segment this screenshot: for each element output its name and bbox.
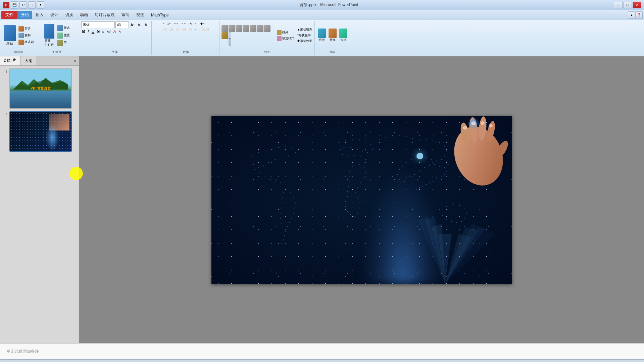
slide-canvas[interactable] bbox=[211, 116, 512, 284]
menu-file[interactable]: 文件 bbox=[1, 11, 17, 19]
menu-animation[interactable]: 动画 bbox=[77, 11, 91, 19]
menu-transition[interactable]: 切换 bbox=[62, 11, 77, 19]
clear-format-btn[interactable]: Ā bbox=[144, 22, 148, 27]
shape-effect-button[interactable]: ◈形状效果 bbox=[296, 39, 313, 44]
decrease-indent-btn[interactable]: ←≡ bbox=[172, 21, 179, 25]
svg-point-161 bbox=[471, 122, 476, 125]
minimize-button[interactable]: ─ bbox=[614, 2, 623, 8]
bold-button[interactable]: B bbox=[81, 29, 86, 34]
arrange-button[interactable]: 排列 bbox=[276, 30, 295, 35]
redo-button[interactable]: ↪ bbox=[28, 1, 36, 9]
ribbon-collapse[interactable]: ▲ bbox=[628, 11, 635, 19]
svg-point-9 bbox=[295, 152, 296, 153]
slide-item-1[interactable]: 1 PPT背景设置 bbox=[3, 68, 76, 109]
svg-point-20 bbox=[269, 179, 270, 180]
new-slide-button[interactable]: 新建幻灯片 bbox=[43, 23, 55, 48]
strikethrough-button[interactable]: S bbox=[96, 29, 101, 34]
menu-mathtype[interactable]: MathType bbox=[148, 11, 172, 19]
svg-point-15 bbox=[258, 167, 259, 168]
paste-button[interactable]: 粘贴 bbox=[3, 25, 17, 46]
layout-button[interactable]: 版式 bbox=[56, 25, 71, 32]
maximize-button[interactable]: □ bbox=[623, 2, 632, 8]
format-painter-button[interactable]: 格式刷 bbox=[17, 39, 35, 45]
undo-button[interactable]: ↩ bbox=[19, 1, 27, 9]
shape-fill-button[interactable]: ▲形状填充 bbox=[296, 27, 313, 32]
tab-outline[interactable]: 大纲 bbox=[20, 56, 37, 65]
notes-placeholder[interactable]: 单击此处添加备注 bbox=[7, 349, 39, 354]
menu-view[interactable]: 视图 bbox=[133, 11, 148, 19]
quick-style-button[interactable]: 快速样式 bbox=[276, 36, 295, 41]
font-color-button[interactable]: A bbox=[112, 29, 117, 34]
align-left-btn[interactable]: ⬜ bbox=[162, 28, 167, 32]
editing-group-label: 编辑 bbox=[317, 50, 348, 54]
underline-button[interactable]: U bbox=[91, 29, 96, 34]
font-size-select[interactable]: 43 bbox=[115, 21, 129, 28]
char-spacing-button[interactable]: AV bbox=[106, 30, 111, 34]
ribbon-group-paragraph: ≡ 1≡ ←≡ →≡ ↕A ≡↕ ◆≡ ⬜ ⬜ ⬜ ⬜ ⬜ ≡ ⬜⬜ bbox=[152, 21, 219, 55]
close-button[interactable]: ✕ bbox=[633, 2, 641, 8]
panel-tabs: 幻灯片 大纲 ✕ bbox=[0, 56, 79, 66]
svg-point-36 bbox=[342, 154, 343, 155]
menu-review[interactable]: 审阅 bbox=[118, 11, 133, 19]
italic-button[interactable]: I bbox=[87, 29, 90, 34]
justify-btn[interactable]: ⬜ bbox=[181, 28, 187, 32]
find-button[interactable]: 查找 bbox=[317, 28, 327, 43]
numbered-list-btn[interactable]: 1≡ bbox=[166, 21, 171, 25]
notes-area[interactable]: 单击此处添加备注 bbox=[0, 343, 644, 359]
svg-point-11 bbox=[281, 155, 282, 156]
slide-thumb-1[interactable]: PPT背景设置 bbox=[9, 68, 72, 109]
ribbon-group-drawing: ▼ 排列 快速样式 ▲形状填充 □形状轮廓 ◈形状效果 绘图 bbox=[220, 21, 315, 55]
increase-indent-btn[interactable]: →≡ bbox=[180, 21, 187, 25]
help-button[interactable]: ❓ bbox=[635, 11, 643, 19]
svg-point-17 bbox=[254, 169, 255, 170]
text-direction-btn[interactable]: ↕A bbox=[187, 21, 193, 25]
shadow-button[interactable]: s̲ bbox=[101, 30, 105, 34]
slide-item-2[interactable]: 2 bbox=[3, 111, 76, 152]
shape-outline-button[interactable]: □形状轮廓 bbox=[296, 33, 313, 38]
align-text-btn[interactable]: ≡↕ bbox=[193, 21, 199, 25]
slide-panel: 幻灯片 大纲 ✕ 1 bbox=[0, 56, 79, 343]
ribbon-group-font: 宋体 43 A↑ A↓ Ā B I U S s̲ AV A A 字体 bbox=[78, 21, 152, 55]
shapes-scroll-btn[interactable]: ▼ bbox=[229, 32, 231, 46]
menu-design[interactable]: 设计 bbox=[47, 11, 62, 19]
svg-point-84 bbox=[405, 162, 406, 163]
menu-slideshow[interactable]: 幻灯片放映 bbox=[91, 11, 118, 19]
svg-point-27 bbox=[365, 140, 366, 141]
clipboard-label: 剪贴板 bbox=[3, 50, 35, 54]
align-center-btn[interactable]: ⬜ bbox=[168, 28, 174, 32]
section-button[interactable]: 节 bbox=[56, 40, 71, 46]
cut-button[interactable]: 剪切 bbox=[17, 26, 35, 32]
menu-insert[interactable]: 插入 bbox=[32, 11, 47, 19]
decrease-font-btn[interactable]: A↓ bbox=[137, 22, 143, 27]
bullet-list-btn[interactable]: ≡ bbox=[162, 21, 165, 25]
increase-font-btn[interactable]: A↑ bbox=[130, 22, 136, 27]
svg-point-162 bbox=[481, 121, 485, 125]
quick-access-more[interactable]: ▼ bbox=[37, 1, 44, 9]
svg-point-5 bbox=[271, 149, 272, 150]
tab-slides[interactable]: 幻灯片 bbox=[0, 56, 20, 65]
save-button[interactable]: 💾 bbox=[11, 1, 18, 9]
menu-home[interactable]: 开始 bbox=[17, 11, 32, 19]
font-size-btn2[interactable]: A bbox=[118, 30, 122, 34]
svg-point-10 bbox=[288, 155, 289, 156]
slide-thumb-2[interactable] bbox=[9, 111, 72, 152]
column-btn[interactable]: ⬜⬜ bbox=[200, 28, 210, 32]
align-right-btn[interactable]: ⬜ bbox=[175, 28, 180, 32]
select-button[interactable]: 选择 bbox=[338, 28, 348, 43]
reset-button[interactable]: 重置 bbox=[56, 32, 71, 39]
distribute-btn[interactable]: ⬜ bbox=[187, 28, 193, 32]
copy-button[interactable]: 复制 bbox=[17, 33, 35, 39]
svg-point-4 bbox=[264, 150, 265, 151]
svg-point-141 bbox=[282, 197, 283, 198]
replace-button[interactable]: 替换 bbox=[328, 28, 338, 43]
svg-point-127 bbox=[294, 207, 295, 208]
main-editing-area[interactable] bbox=[79, 56, 644, 343]
font-family-select[interactable]: 宋体 bbox=[81, 21, 115, 28]
panel-close-button[interactable]: ✕ bbox=[71, 56, 79, 65]
svg-point-140 bbox=[281, 202, 282, 203]
convert-smartart-btn[interactable]: ◆≡ bbox=[199, 21, 205, 25]
svg-point-21 bbox=[275, 180, 276, 182]
svg-point-40 bbox=[365, 159, 366, 160]
line-spacing-btn[interactable]: ≡ bbox=[194, 28, 197, 32]
svg-point-132 bbox=[285, 231, 286, 232]
